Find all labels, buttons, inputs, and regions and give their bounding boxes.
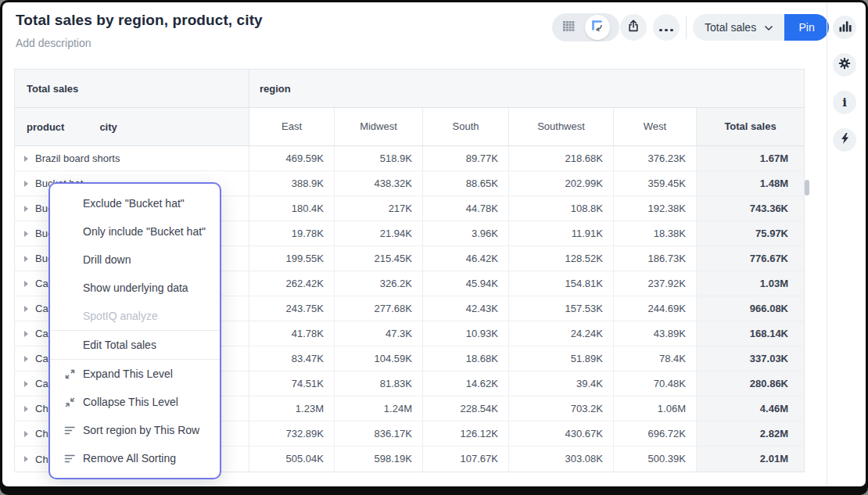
row-expander-icon[interactable] [24,381,28,387]
value-cell[interactable]: 696.72K [614,421,697,446]
menu-item-expand-this-level[interactable]: Expand This Level [50,360,220,388]
row-total-cell[interactable]: 2.82M [697,421,804,446]
value-cell[interactable]: 228.54K [423,396,509,421]
value-cell[interactable]: 24.24K [509,321,614,346]
value-cell[interactable]: 199.55K [249,246,335,271]
value-cell[interactable]: 83.47K [249,346,335,371]
value-cell[interactable]: 39.4K [509,371,614,396]
value-cell[interactable]: 243.75K [249,296,335,321]
value-cell[interactable]: 237.92K [614,271,697,296]
corner-header-total-sales[interactable]: Total sales [15,70,249,107]
row-dimension-city[interactable]: city [99,121,117,133]
details-button[interactable]: i [833,91,856,114]
value-cell[interactable]: 128.52K [509,246,614,271]
value-cell[interactable]: 47.3K [335,321,423,346]
row-expander-icon[interactable] [24,456,28,462]
row-expander-icon[interactable] [24,156,28,162]
row-expander-icon[interactable] [24,356,28,362]
pivot-view-button-selected[interactable] [585,15,610,40]
value-cell[interactable]: 192.38K [614,196,697,221]
value-cell[interactable]: 88.65K [423,171,509,195]
value-cell[interactable]: 1.23M [249,396,335,421]
value-cell[interactable]: 1.06M [614,396,697,421]
row-total-cell[interactable]: 75.97K [697,221,804,246]
value-cell[interactable]: 51.89K [509,346,614,371]
value-cell[interactable]: 388.9K [249,171,335,195]
more-options-button[interactable] [653,14,680,41]
add-description-placeholder[interactable]: Add description [16,37,91,49]
column-header-south[interactable]: South [423,108,509,145]
value-cell[interactable]: 107.67K [423,447,509,472]
value-cell[interactable]: 18.68K [423,346,509,371]
value-cell[interactable]: 81.83K [335,371,423,396]
total-column-header[interactable]: Total sales [697,108,804,145]
value-cell[interactable]: 157.53K [509,296,614,321]
product-cell[interactable]: Brazil board shorts [15,146,249,170]
value-cell[interactable]: 469.59K [249,146,335,170]
row-total-cell[interactable]: 2.01M [697,447,804,472]
menu-item-exclude-bucket-hat[interactable]: Exclude "Bucket hat" [50,189,220,217]
value-cell[interactable]: 154.81K [509,271,614,296]
menu-item-collapse-this-level[interactable]: Collapse This Level [50,388,220,416]
row-total-cell[interactable]: 280.86K [697,371,804,396]
page-title[interactable]: Total sales by region, product, city [16,12,263,29]
value-cell[interactable]: 89.77K [423,146,509,170]
value-cell[interactable]: 218.68K [509,146,614,170]
value-cell[interactable]: 45.94K [423,271,509,296]
value-cell[interactable]: 359.45K [614,171,697,195]
column-header-east[interactable]: East [249,108,335,145]
value-cell[interactable]: 46.42K [423,246,509,271]
value-cell[interactable]: 18.38K [614,221,697,246]
menu-item-only-include-bucket-hat[interactable]: Only include "Bucket hat" [50,217,220,246]
value-cell[interactable]: 42.43K [423,296,509,321]
value-cell[interactable]: 180.4K [249,196,335,221]
pin-button[interactable]: Pin [784,14,829,41]
value-cell[interactable]: 518.9K [335,146,423,170]
row-expander-icon[interactable] [24,431,28,437]
value-cell[interactable]: 202.99K [509,171,614,195]
value-cell[interactable]: 104.59K [335,346,423,371]
row-total-cell[interactable]: 1.48M [697,171,804,195]
value-cell[interactable]: 500.39K [614,447,697,472]
menu-item-show-underlying-data[interactable]: Show underlying data [50,274,220,302]
row-total-cell[interactable]: 1.67M [697,146,804,170]
value-cell[interactable]: 10.93K [423,321,509,346]
row-expander-icon[interactable] [24,206,28,212]
row-expander-icon[interactable] [24,231,28,237]
menu-item-remove-all-sorting[interactable]: Remove All Sorting [50,444,220,472]
row-expander-icon[interactable] [24,406,28,412]
row-total-cell[interactable]: 743.36K [697,196,804,221]
column-header-west[interactable]: West [614,108,697,145]
table-view-button[interactable] [552,13,585,41]
value-cell[interactable]: 43.89K [614,321,697,346]
value-cell[interactable]: 438.32K [335,171,423,195]
row-total-cell[interactable]: 168.14K [697,321,804,346]
value-cell[interactable]: 1.24M [335,396,423,421]
value-cell[interactable]: 430.67K [509,421,614,446]
configure-button[interactable] [833,53,856,77]
value-cell[interactable]: 44.78K [423,196,509,221]
value-cell[interactable]: 215.45K [335,246,423,271]
value-cell[interactable]: 21.94K [335,221,423,246]
value-cell[interactable]: 3.96K [423,221,509,246]
row-expander-icon[interactable] [24,306,28,312]
value-cell[interactable]: 303.08K [509,447,614,472]
value-cell[interactable]: 598.19K [335,447,423,472]
value-cell[interactable]: 108.8K [509,196,614,221]
row-total-cell[interactable]: 1.03M [697,271,804,296]
value-cell[interactable]: 19.78K [249,221,335,246]
value-cell[interactable]: 78.4K [614,346,697,371]
row-expander-icon[interactable] [24,256,28,262]
column-header-midwest[interactable]: Midwest [335,108,423,145]
value-cell[interactable]: 186.73K [614,246,697,271]
row-total-cell[interactable]: 776.67K [697,246,804,271]
value-cell[interactable]: 70.48K [614,371,697,396]
value-cell[interactable]: 703.2K [509,396,614,421]
spotiq-button[interactable] [833,128,856,152]
value-cell[interactable]: 732.89K [249,421,335,446]
value-cell[interactable]: 217K [335,196,423,221]
value-cell[interactable]: 41.78K [249,321,335,346]
value-cell[interactable]: 126.12K [423,421,509,446]
column-header-southwest[interactable]: Southwest [509,108,614,145]
value-cell[interactable]: 836.17K [335,421,423,446]
